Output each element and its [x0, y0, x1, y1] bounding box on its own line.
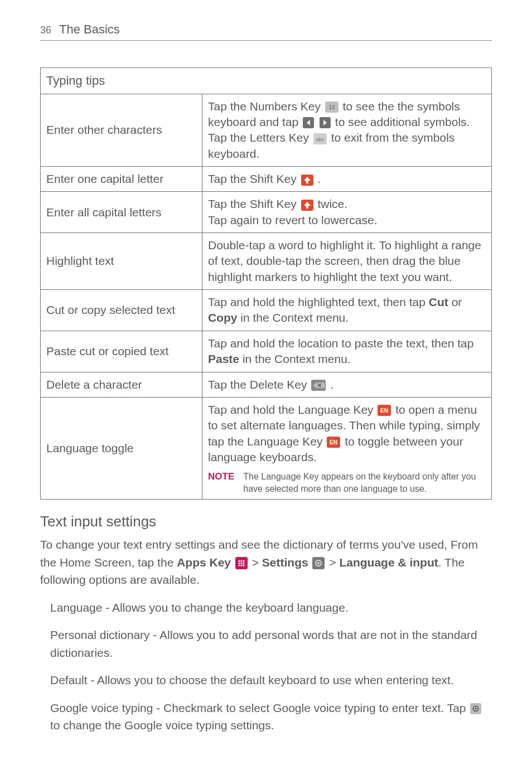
subheading: Text input settings: [40, 513, 492, 530]
row-label: Cut or copy selected text: [41, 290, 202, 331]
setting-item: Personal dictionary - Allows you to add …: [50, 626, 492, 661]
row-content: Tap the Shift Key .: [202, 167, 492, 192]
row-label: Delete a character: [41, 372, 202, 397]
nav-right-icon: [320, 117, 331, 128]
note-block: NOTE The Language Key appears on the key…: [208, 471, 486, 495]
row-label: Language toggle: [41, 397, 202, 500]
table-row: Enter all capital letters Tap the Shift …: [41, 192, 492, 233]
row-content: Tap and hold the Language Key to open a …: [202, 397, 492, 500]
page-header: 36 The Basics: [40, 22, 492, 41]
table-row: Language toggle Tap and hold the Languag…: [41, 397, 492, 500]
setting-item: Google voice typing - Checkmark to selec…: [50, 699, 492, 734]
table-row: Paste cut or copied text Tap and hold th…: [41, 331, 492, 372]
apps-key-icon: [235, 557, 248, 569]
table-row: Delete a character Tap the Delete Key .: [41, 372, 492, 397]
row-content: Tap and hold the location to paste the t…: [202, 331, 492, 372]
row-content: Double-tap a word to highlight it. To hi…: [202, 233, 492, 290]
row-label: Paste cut or copied text: [41, 331, 202, 372]
row-content: Tap and hold the highlighted text, then …: [202, 290, 492, 331]
language-key-icon: [327, 437, 340, 448]
delete-key-icon: [311, 380, 326, 391]
row-label: Enter all capital letters: [41, 192, 202, 233]
table-row: Cut or copy selected text Tap and hold t…: [41, 290, 492, 331]
language-key-icon: [378, 405, 391, 416]
intro-paragraph: To change your text entry settings and s…: [40, 536, 492, 589]
table-row: Enter one capital letter Tap the Shift K…: [41, 167, 492, 192]
nav-left-icon: [303, 117, 314, 128]
gear-small-icon: [470, 703, 481, 714]
settings-icon: [312, 557, 325, 569]
table-title: Typing tips: [41, 68, 492, 94]
setting-item: Language - Allows you to change the keyb…: [50, 599, 492, 617]
row-label: Enter one capital letter: [41, 167, 202, 192]
letters-key-icon: [313, 133, 327, 144]
shift-key-icon: [301, 175, 313, 186]
note-text: The Language Key appears on the keyboard…: [243, 471, 486, 495]
note-label: NOTE: [208, 471, 234, 483]
row-content: Tap the Shift Key twice. Tap again to re…: [202, 192, 492, 233]
row-content: Tap the Numbers Key to see the the symbo…: [202, 94, 492, 166]
table-row: Enter other characters Tap the Numbers K…: [41, 94, 492, 166]
section-title: The Basics: [59, 22, 120, 37]
page-number: 36: [40, 25, 51, 36]
row-label: Enter other characters: [41, 94, 202, 166]
shift-key-icon: [301, 200, 313, 211]
setting-item: Default - Allows you to choose the defau…: [50, 671, 492, 689]
typing-tips-table: Typing tips Enter other characters Tap t…: [40, 67, 492, 500]
numbers-key-icon: [325, 101, 338, 113]
table-row: Highlight text Double-tap a word to high…: [41, 233, 492, 290]
row-content: Tap the Delete Key .: [202, 372, 492, 397]
row-label: Highlight text: [41, 233, 202, 290]
